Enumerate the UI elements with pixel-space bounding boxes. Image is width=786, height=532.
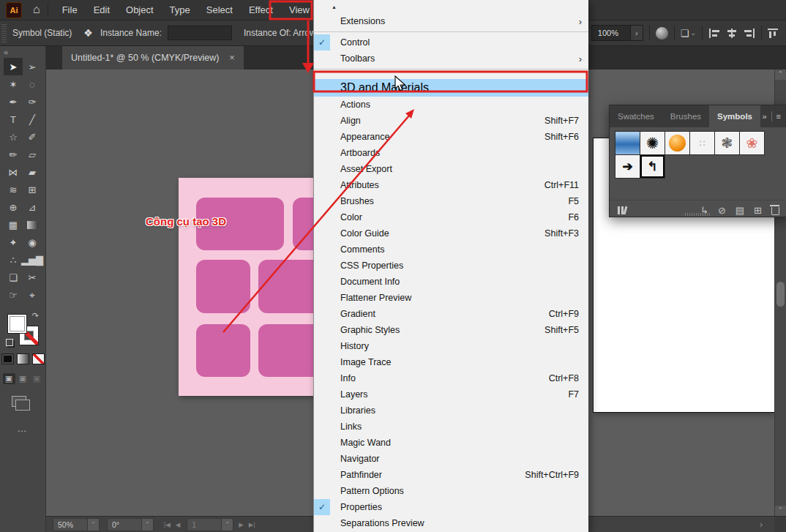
color-button[interactable] xyxy=(1,353,14,364)
vertical-align-top-icon[interactable] xyxy=(768,29,779,38)
selection-tool[interactable]: ➤ xyxy=(4,58,23,75)
direct-selection-tool[interactable]: ➢ xyxy=(23,58,42,75)
artboard-pink[interactable] xyxy=(179,178,318,396)
window-menu-item[interactable]: ✓ Gradient Ctrl+F9 xyxy=(314,306,588,322)
pencil-tool[interactable]: ✏ xyxy=(4,146,23,163)
window-menu-item[interactable]: ✓ Pathfinder Shift+Ctrl+F9 xyxy=(314,467,588,483)
menubar-item[interactable]: Type xyxy=(162,0,198,20)
pen-tool[interactable]: ✒ xyxy=(4,93,23,110)
menubar-item[interactable]: Effect xyxy=(241,0,281,20)
previous-artboard-icon[interactable]: ◀ xyxy=(176,521,181,528)
swap-fill-stroke-icon[interactable]: ↷ xyxy=(32,311,39,321)
shaper-tool[interactable]: ☆ xyxy=(4,128,23,146)
shape-builder-tool[interactable]: ⊕ xyxy=(4,198,23,216)
symbol-arrow-right[interactable]: ➔ xyxy=(615,155,640,178)
window-menu-item[interactable]: ✓ Appearance Shift+F6 xyxy=(314,129,588,145)
symbol-blue-banner[interactable] xyxy=(615,132,640,154)
eyedropper-tool[interactable]: ✦ xyxy=(4,233,23,251)
symbol-sprayer-tool[interactable]: ∴ xyxy=(4,251,23,269)
menubar-item[interactable]: Edit xyxy=(86,0,118,20)
window-menu-item[interactable]: ✓ Magic Wand xyxy=(314,435,588,451)
collapse-panel-icon[interactable]: « xyxy=(0,45,45,58)
window-menu-item[interactable]: ✓ Color Guide Shift+F3 xyxy=(314,225,588,241)
next-artboard-icon[interactable]: ▶ xyxy=(239,521,244,528)
window-menu-item[interactable]: ✓ Flattener Preview xyxy=(314,290,588,306)
column-graph-tool[interactable]: ▂▅▇ xyxy=(23,251,42,269)
delete-symbol-icon[interactable] xyxy=(771,207,779,215)
window-menu-item[interactable]: ✓ Color F6 xyxy=(314,209,588,225)
first-artboard-icon[interactable]: |◀ xyxy=(164,521,171,528)
symbol-wreath[interactable]: ❃ xyxy=(715,132,739,154)
artwork-rounded-rect[interactable] xyxy=(258,260,318,313)
artboard-tool[interactable]: ❏ xyxy=(4,269,23,286)
menubar-item[interactable]: Object xyxy=(118,0,162,20)
menubar-item[interactable]: File xyxy=(54,0,86,20)
draw-normal-mode[interactable]: ▣ xyxy=(3,373,15,384)
panel-tab[interactable]: Brushes xyxy=(662,105,709,127)
menu-scroll-up-icon[interactable]: ▲ xyxy=(314,0,588,13)
panel-tab[interactable]: Symbols xyxy=(709,105,760,127)
scrollbar-thumb[interactable] xyxy=(776,282,785,307)
expand-panel-icon[interactable]: » xyxy=(762,112,766,121)
window-menu-item[interactable]: ✓ Align Shift+F7 xyxy=(314,113,588,129)
window-menu-item[interactable]: ✓ Separations Preview xyxy=(314,515,588,531)
paintbrush-tool[interactable]: ✐ xyxy=(23,128,42,146)
zoom-level-field[interactable]: 100% › xyxy=(591,25,643,41)
scroll-down-icon[interactable]: ˇ xyxy=(775,506,786,516)
panel-resize-grip[interactable] xyxy=(685,213,711,216)
zoom-level-expand-icon[interactable]: › xyxy=(630,26,643,40)
gradient-tool[interactable]: ▥ xyxy=(23,216,42,233)
width-tool[interactable]: ⋈ xyxy=(4,163,23,181)
perspective-grid-tool[interactable]: ⊿ xyxy=(23,198,42,216)
window-menu-item[interactable]: ✓ Properties xyxy=(314,499,588,515)
last-artboard-icon[interactable]: ▶| xyxy=(249,521,255,528)
artboard-number-select[interactable]: 1 ˇ xyxy=(187,518,233,531)
mesh-tool[interactable]: ▦ xyxy=(4,216,23,233)
none-button[interactable] xyxy=(32,353,45,364)
illustrator-logo-icon[interactable]: Ai xyxy=(6,2,22,18)
new-symbol-icon[interactable]: ⊞ xyxy=(754,206,762,215)
home-icon[interactable]: ⌂ xyxy=(33,3,40,16)
artwork-rounded-rect[interactable] xyxy=(196,260,250,313)
artwork-rounded-rect[interactable] xyxy=(258,324,318,377)
panel-tab[interactable]: Swatches xyxy=(610,105,662,127)
window-menu-item[interactable]: ✓ Navigator xyxy=(314,451,588,467)
slice-tool[interactable]: ✂ xyxy=(23,269,42,286)
blend-tool[interactable]: ◉ xyxy=(23,233,42,251)
line-segment-tool[interactable]: ╱ xyxy=(23,110,42,128)
symbol-arrow-bent[interactable]: ↰ xyxy=(640,155,665,178)
window-menu-item[interactable]: ✓ Image Trace xyxy=(314,354,588,370)
rotation-select[interactable]: 0° ˇ xyxy=(107,518,154,531)
puppet-warp-tool[interactable]: ≋ xyxy=(4,181,23,198)
hand-tool[interactable]: ☞ xyxy=(4,286,23,304)
symbol-sketch-marks[interactable]: ∷ xyxy=(690,132,714,154)
gradient-button[interactable] xyxy=(17,353,29,364)
window-menu-item[interactable]: ✓ CSS Properties xyxy=(314,258,588,274)
draw-behind-mode[interactable]: ▣ xyxy=(17,373,29,384)
symbol-orange-orb[interactable] xyxy=(665,132,689,154)
eraser-tool[interactable]: ▱ xyxy=(23,146,42,163)
default-fill-stroke-icon[interactable] xyxy=(6,339,13,346)
chevron-down-icon[interactable]: ˇ xyxy=(87,519,99,531)
window-menu-item[interactable]: ✓ Asset Export xyxy=(314,161,588,177)
menu-item-3d-and-materials[interactable]: 3D and Materials xyxy=(314,79,588,97)
close-tab-icon[interactable]: × xyxy=(229,52,235,63)
symbol-options-icon[interactable]: ▤ xyxy=(736,206,744,215)
window-menu-item[interactable]: ✓ Graphic Styles Shift+F5 xyxy=(314,322,588,338)
window-menu-item[interactable]: ✓ Brushes F5 xyxy=(314,193,588,209)
window-menu-item[interactable]: ✓ Links xyxy=(314,419,588,435)
chevron-down-icon[interactable]: ˇ xyxy=(141,519,153,531)
zoom-tool[interactable]: ⌖ xyxy=(23,286,42,304)
document-tab[interactable]: Untitled-1* @ 50 % (CMYK/Preview) × xyxy=(62,45,244,70)
align-left-icon[interactable] xyxy=(708,29,720,38)
panel-menu-icon[interactable]: ≡ xyxy=(776,112,781,121)
type-tool[interactable]: T xyxy=(4,110,23,128)
draw-inside-mode[interactable]: ▣ xyxy=(31,373,43,384)
scroll-up-icon[interactable]: ˆ xyxy=(775,70,786,80)
menubar-item[interactable]: Select xyxy=(198,0,241,20)
window-menu-item[interactable]: ✓ Info Ctrl+F8 xyxy=(314,370,588,386)
color-wheel-icon[interactable] xyxy=(656,27,668,40)
menu-item-toolbars[interactable]: ✓ Toolbars › xyxy=(314,50,588,67)
symbol-libraries-icon[interactable] xyxy=(617,206,628,214)
lasso-tool[interactable]: ◌ xyxy=(23,75,42,93)
